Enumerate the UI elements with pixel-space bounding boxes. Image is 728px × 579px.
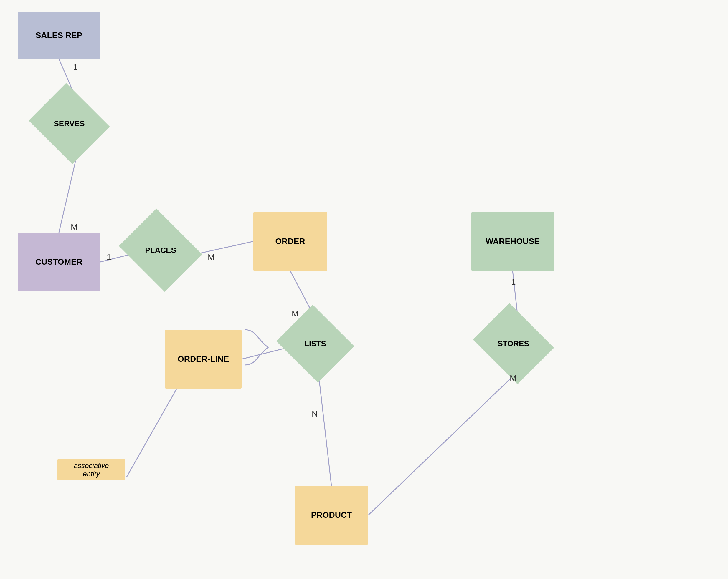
svg-line-5	[318, 371, 332, 486]
cardinality-1-serves-top: 1	[73, 62, 78, 72]
cardinality-m-lists-top: M	[292, 309, 298, 319]
relationship-lists: LISTS	[286, 318, 345, 369]
svg-line-7	[368, 371, 519, 515]
relationship-stores: STORES	[482, 318, 545, 369]
svg-line-9	[127, 389, 177, 477]
cardinality-m-places-right: M	[208, 253, 214, 262]
cardinality-1-stores-top: 1	[511, 277, 516, 287]
entity-order-line: ORDER-LINE	[165, 330, 241, 389]
svg-line-8	[241, 347, 289, 359]
entity-customer: CUSTOMER	[18, 232, 100, 292]
label-associative-entity: associativeentity	[57, 459, 125, 480]
svg-line-3	[200, 241, 253, 253]
cardinality-n-lists-bottom: N	[312, 409, 318, 419]
entity-warehouse: WAREHOUSE	[471, 212, 554, 271]
entity-sales-rep: SALES REP	[18, 12, 100, 59]
entity-order: ORDER	[253, 212, 327, 271]
svg-line-1	[59, 150, 78, 232]
cardinality-m-serves-bottom: M	[71, 222, 77, 232]
cardinality-1-places-left: 1	[107, 253, 111, 262]
entity-product: PRODUCT	[295, 486, 368, 545]
cardinality-m-stores-bottom: M	[510, 373, 517, 383]
relationship-serves: SERVES	[38, 97, 100, 150]
relationship-places: PLACES	[128, 224, 193, 277]
